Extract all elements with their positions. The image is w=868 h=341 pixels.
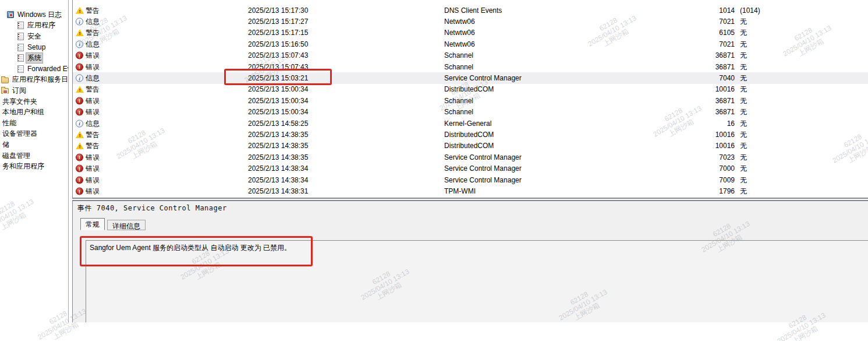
tree-item-label: 应用程序 <box>26 20 56 30</box>
event-row[interactable]: !错误2025/2/13 15:00:34Schannel36871无 <box>73 95 868 106</box>
tree-item-services-apps[interactable]: 务和应用程序 <box>0 161 68 172</box>
event-task-category: 无 <box>740 152 747 162</box>
tree-item-label: 订阅 <box>11 86 27 96</box>
tree-item-security[interactable]: 安全 <box>0 31 68 42</box>
event-source: TPM-WMI <box>444 187 476 195</box>
tree-item-subscriptions[interactable]: 订阅 <box>0 85 68 96</box>
event-row[interactable]: !错误2025/2/13 15:07:43Schannel36871无 <box>73 61 868 72</box>
event-source: Schannel <box>444 97 473 105</box>
event-id: 1014 <box>674 6 735 15</box>
tree-item-label: Setup <box>26 43 47 51</box>
tab-general[interactable]: 常规 <box>80 218 105 230</box>
event-row[interactable]: !警告2025/2/13 15:17:30DNS Client Events10… <box>73 5 868 16</box>
event-id: 7040 <box>674 74 735 82</box>
error-icon: ! <box>76 188 83 195</box>
event-time: 2025/2/13 14:38:35 <box>248 131 308 139</box>
tree-item-forwarded-events[interactable]: Forwarded Eve <box>0 64 68 75</box>
event-level: 信息 <box>86 39 100 49</box>
event-source: Netwtw06 <box>444 40 475 48</box>
event-row[interactable]: !错误2025/2/13 14:38:35Service Control Man… <box>73 152 868 163</box>
event-row[interactable]: i信息2025/2/13 15:03:21Service Control Man… <box>73 72 868 83</box>
event-row[interactable]: i信息2025/2/13 14:58:25Kernel-General16无 <box>73 118 868 129</box>
event-task-category: 无 <box>740 28 747 38</box>
event-source: Service Control Manager <box>444 74 522 82</box>
event-row[interactable]: !警告2025/2/13 15:17:15Netwtw066105无 <box>73 27 868 38</box>
event-id: 36871 <box>674 108 735 116</box>
warning-icon: ! <box>76 7 84 14</box>
event-task-category: 无 <box>740 62 747 72</box>
tree-item-storage[interactable]: 储 <box>0 139 68 150</box>
tree-item-application[interactable]: 应用程序 <box>0 20 68 31</box>
event-task-category: (1014) <box>740 6 760 15</box>
tree-item-shared-folders[interactable]: 共享文件夹 <box>0 96 68 107</box>
tab-details[interactable]: 详细信息 <box>107 220 146 230</box>
tree-item-label: 性能 <box>1 118 17 128</box>
event-row[interactable]: i信息2025/2/13 15:16:50Netwtw067021无 <box>73 38 868 50</box>
event-task-category: 无 <box>740 118 747 128</box>
event-level: 错误 <box>86 175 100 185</box>
console-tree: Windows 日志应用程序安全Setup系统Forwarded Eve应用程序… <box>0 0 69 322</box>
tree-item-setup[interactable]: Setup <box>0 42 68 53</box>
event-description-box[interactable]: Sangfor Uem Agent 服务的启动类型从 自动启动 更改为 已禁用。 <box>86 240 868 322</box>
log-group-icon <box>7 11 14 18</box>
event-task-category: 无 <box>740 187 747 196</box>
event-id: 6105 <box>674 29 735 37</box>
event-row[interactable]: !错误2025/2/13 15:07:43Schannel36871无 <box>73 50 868 61</box>
level-icon-cell: ! <box>76 176 83 184</box>
level-icon-cell: ! <box>76 142 84 149</box>
tree-item-apps-services-logs[interactable]: 应用程序和服务日志 <box>0 75 68 86</box>
level-icon-cell: ! <box>76 52 83 59</box>
tree-item-system[interactable]: 系统 <box>0 52 68 64</box>
folder-icon <box>1 78 9 83</box>
event-row[interactable]: !错误2025/2/13 14:38:34Service Control Man… <box>73 163 868 174</box>
event-source: Netwtw06 <box>444 17 475 26</box>
event-row[interactable]: !警告2025/2/13 15:00:34DistributedCOM10016… <box>73 84 868 95</box>
event-task-category: 无 <box>740 39 747 49</box>
tree-item-label: 系统 <box>26 53 42 63</box>
tree-item-device-manager[interactable]: 设备管理器 <box>0 129 68 140</box>
event-id: 7009 <box>674 176 735 184</box>
event-source: Service Control Manager <box>444 176 522 184</box>
event-task-category: 无 <box>740 85 747 94</box>
warning-icon: ! <box>76 131 84 138</box>
event-row[interactable]: !错误2025/2/13 14:38:34Service Control Man… <box>73 174 868 185</box>
tree-item-disk-management[interactable]: 磁盘管理 <box>0 150 68 161</box>
event-row[interactable]: i信息2025/2/13 15:17:27Netwtw067021无 <box>73 16 868 27</box>
event-source: Schannel <box>444 63 473 71</box>
event-id: 16 <box>674 119 735 128</box>
event-level: 信息 <box>86 17 100 27</box>
event-detail-pane: 事件 7040, Service Control Manager 常规详细信息 … <box>72 200 868 322</box>
event-viewer-window: Windows 日志应用程序安全Setup系统Forwarded Eve应用程序… <box>0 0 868 341</box>
tree-item-local-users-groups[interactable]: 本地用户和组 <box>0 107 68 118</box>
event-id: 7021 <box>674 17 735 26</box>
event-time: 2025/2/13 15:03:21 <box>248 74 308 82</box>
event-source: DNS Client Events <box>444 6 502 15</box>
log-icon <box>17 33 24 40</box>
event-row[interactable]: !警告2025/2/13 14:38:35DistributedCOM10016… <box>73 129 868 140</box>
event-time: 2025/2/13 15:17:27 <box>248 17 308 26</box>
event-id: 7023 <box>674 153 735 161</box>
event-time: 2025/2/13 15:00:34 <box>248 108 308 116</box>
tree-item-performance[interactable]: 性能 <box>0 118 68 129</box>
event-time: 2025/2/13 15:00:34 <box>248 85 308 93</box>
event-time: 2025/2/13 14:38:35 <box>248 142 308 150</box>
level-icon-cell: ! <box>76 131 84 138</box>
level-icon-cell: ! <box>76 188 83 195</box>
event-task-category: 无 <box>740 175 747 185</box>
tree-item-label: 设备管理器 <box>1 129 38 139</box>
event-row[interactable]: !错误2025/2/13 14:38:31TPM-WMI1796无 <box>73 185 868 196</box>
level-icon-cell: ! <box>76 63 83 71</box>
level-icon-cell: i <box>76 40 83 48</box>
event-row[interactable]: !警告2025/2/13 14:38:35DistributedCOM10016… <box>73 140 868 152</box>
event-time: 2025/2/13 15:07:43 <box>248 51 308 59</box>
event-time: 2025/2/13 14:38:34 <box>248 164 308 173</box>
event-level: 错误 <box>86 107 100 117</box>
event-row[interactable]: !错误2025/2/13 15:00:34Schannel36871无 <box>73 107 868 118</box>
event-description-message: Sangfor Uem Agent 服务的启动类型从 自动启动 更改为 已禁用。 <box>90 244 291 252</box>
event-source: DistributedCOM <box>444 142 494 150</box>
event-time: 2025/2/13 15:17:30 <box>248 6 308 15</box>
event-task-category: 无 <box>740 141 747 151</box>
tree-item-windows-logs[interactable]: Windows 日志 <box>0 9 68 20</box>
event-task-category: 无 <box>740 130 747 140</box>
log-plain-icon <box>17 44 24 51</box>
